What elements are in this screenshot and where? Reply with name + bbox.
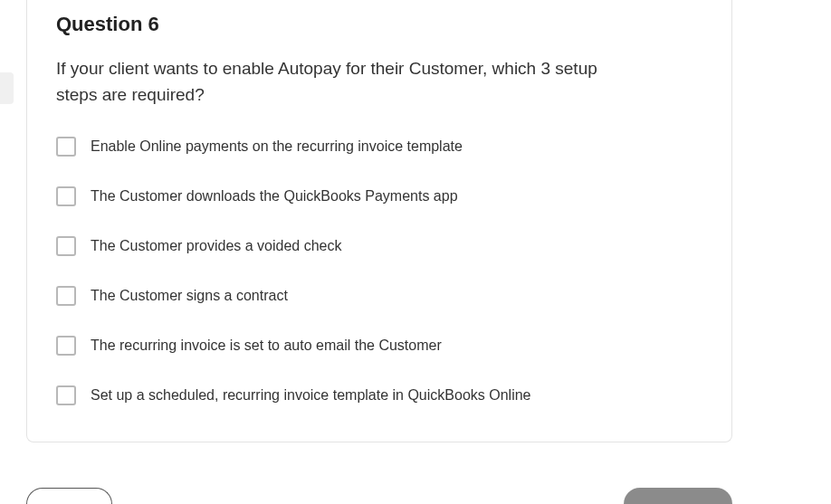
option-label[interactable]: Set up a scheduled, recurring invoice te… <box>91 387 530 404</box>
option-row[interactable]: Set up a scheduled, recurring invoice te… <box>56 385 702 405</box>
option-label[interactable]: The Customer downloads the QuickBooks Pa… <box>91 188 458 204</box>
checkbox[interactable] <box>56 286 76 306</box>
checkbox[interactable] <box>56 236 76 256</box>
option-label[interactable]: The recurring invoice is set to auto ema… <box>91 338 442 354</box>
next-button[interactable] <box>624 488 732 504</box>
option-row[interactable]: The Customer provides a voided check <box>56 236 702 256</box>
checkbox[interactable] <box>56 336 76 356</box>
option-row[interactable]: The Customer signs a contract <box>56 286 702 306</box>
checkbox[interactable] <box>56 385 76 405</box>
option-label[interactable]: The Customer signs a contract <box>91 288 288 304</box>
question-text: If your client wants to enable Autopay f… <box>56 56 617 108</box>
checkbox[interactable] <box>56 186 76 206</box>
option-row[interactable]: The Customer downloads the QuickBooks Pa… <box>56 186 702 206</box>
question-title: Question 6 <box>56 0 702 36</box>
back-button[interactable] <box>26 488 112 504</box>
checkbox[interactable] <box>56 137 76 157</box>
option-row[interactable]: Enable Online payments on the recurring … <box>56 137 702 157</box>
option-label[interactable]: Enable Online payments on the recurring … <box>91 138 463 155</box>
options-list: Enable Online payments on the recurring … <box>56 137 702 405</box>
sidebar-edge <box>0 72 14 104</box>
option-row[interactable]: The recurring invoice is set to auto ema… <box>56 336 702 356</box>
bottom-nav <box>26 488 732 504</box>
option-label[interactable]: The Customer provides a voided check <box>91 238 341 254</box>
question-card: Question 6 If your client wants to enabl… <box>26 0 732 442</box>
